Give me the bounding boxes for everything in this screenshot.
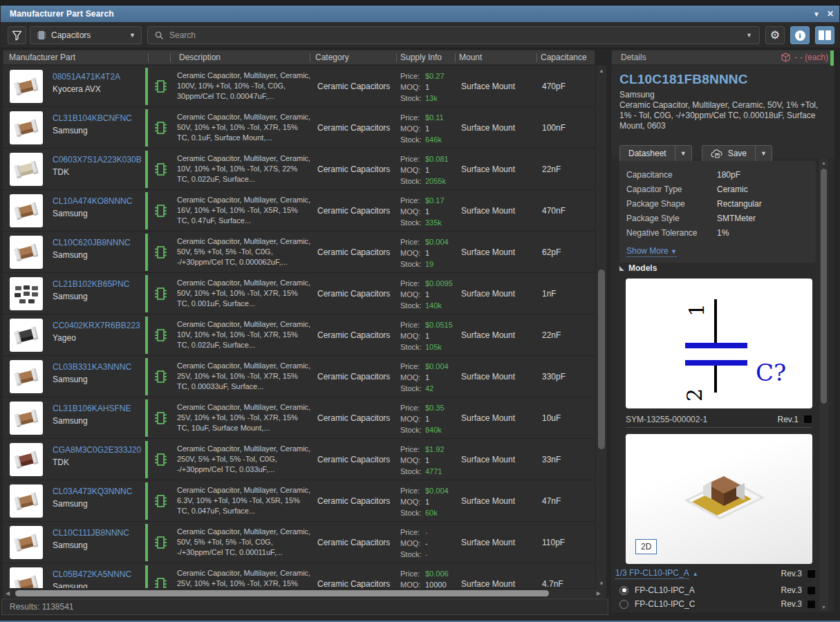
horizontal-scroll-thumb[interactable] <box>15 590 549 596</box>
part-number-link[interactable]: CL10C620JB8NNNC <box>53 238 145 247</box>
footprint-selector-link[interactable]: 1/3 FP-CL10-IPC_A <box>615 568 689 579</box>
col-mount[interactable]: Mount <box>459 53 482 62</box>
manufacturer-name: Samsung <box>53 416 145 426</box>
radio-unselected-icon[interactable] <box>619 600 628 609</box>
footprint-option[interactable]: FP-CL10-IPC_A Rev.3 <box>615 585 816 595</box>
table-row[interactable]: 08051A471K4T2A Kyocera AVX Ceramic Capac… <box>3 66 595 107</box>
mount-type: Surface Mount <box>461 397 536 438</box>
table-header[interactable]: Manufacturer Part Description Category S… <box>3 50 595 65</box>
capacitor-photo <box>17 453 37 467</box>
moq-label: MOQ: <box>400 496 425 507</box>
capacitor-photo <box>17 162 37 177</box>
table-row[interactable]: CGA8M3C0G2E333J20 TDK Ceramic Capacitor,… <box>3 439 595 480</box>
table-horizontal-scrollbar[interactable]: ◀ ▶ <box>3 589 606 598</box>
search-history-chevron-icon[interactable]: ▼ <box>746 32 752 39</box>
details-scroll-thumb[interactable] <box>821 169 827 404</box>
col-manufacturer-part[interactable]: Manufacturer Part <box>9 53 75 62</box>
stock-value: 60k <box>425 509 438 517</box>
search-input[interactable]: Search ▼ <box>147 26 760 44</box>
close-icon[interactable]: ✕ <box>827 9 834 19</box>
price-label: Price: <box>400 444 425 455</box>
footprint-rev-state-box[interactable] <box>807 569 816 578</box>
price-label: Price: <box>400 527 425 538</box>
2d-view-button[interactable]: 2D <box>635 539 657 554</box>
table-row[interactable]: CC0402KRX7R6BB223 Yageo Ceramic Capacito… <box>3 314 595 356</box>
footprint-preview[interactable]: 2D <box>626 434 812 564</box>
table-row[interactable]: CL21B102KB65PNC Samsung Ceramic Capacito… <box>3 273 595 314</box>
table-row[interactable]: CL31B106KAHSFNE Samsung Ceramic Capacito… <box>3 397 595 439</box>
table-vertical-scrollbar[interactable]: ▲ ▼ <box>595 66 606 589</box>
col-category[interactable]: Category <box>315 53 349 62</box>
capacitor-photo <box>17 204 37 218</box>
radio-selected-icon[interactable] <box>619 586 628 595</box>
part-description: Ceramic Capacitor, Multilayer, Ceramic, … <box>177 568 311 588</box>
part-number-link[interactable]: CL10C111JB8NNNC <box>53 528 145 538</box>
part-number-link[interactable]: CL21B102KB65PNC <box>53 279 145 289</box>
details-title: Details <box>621 53 646 62</box>
table-row[interactable]: CL03A473KQ3NNNC Samsung Ceramic Capacito… <box>3 480 595 522</box>
window-title: Manufacturer Part Search <box>1 9 114 19</box>
part-number-link[interactable]: CL05B472KA5NNNC <box>53 569 145 579</box>
filter-button[interactable] <box>8 26 26 44</box>
part-number-link[interactable]: C0603X7S1A223K030B <box>53 155 145 164</box>
stock-value: 840k <box>425 426 442 434</box>
moq-value: 1 <box>425 83 429 91</box>
details-vertical-scrollbar[interactable]: ▲ ▼ <box>819 159 828 611</box>
footprint-option-rev-box[interactable] <box>807 586 816 595</box>
capacitor-photo <box>17 245 37 260</box>
part-number-link[interactable]: CL03A473KQ3NNNC <box>53 487 145 496</box>
table-row[interactable]: CL05B472KA5NNNC Samsung Ceramic Capacito… <box>3 563 595 588</box>
scroll-right-icon[interactable]: ▶ <box>597 590 601 596</box>
footprint-option[interactable]: FP-CL10-IPC_C Rev.3 <box>615 599 816 609</box>
part-number-link[interactable]: CL03B331KA3NNNC <box>53 362 145 372</box>
part-number-link[interactable]: CL31B104KBCNFNC <box>53 113 145 123</box>
info-icon: i <box>795 30 805 41</box>
acquired-status-bar <box>145 524 148 561</box>
col-supply-info[interactable]: Supply Info <box>400 53 442 62</box>
col-capacitance[interactable]: Capacitance <box>541 53 587 62</box>
settings-button[interactable]: ⚙ <box>765 26 785 44</box>
selected-part-card: CL10C181FB8NNNC Samsung Ceramic Capacito… <box>611 66 834 158</box>
stock-value: 2055k <box>425 177 446 185</box>
titlebar[interactable]: Manufacturer Part Search ▼ ✕ <box>1 6 839 22</box>
acquired-status-bar <box>145 109 148 147</box>
selected-manufacturer: Samsung <box>619 90 826 100</box>
capacitance-value: 470nF <box>542 190 595 231</box>
models-section-header[interactable]: Models <box>619 263 657 273</box>
vertical-scroll-thumb[interactable] <box>598 270 605 449</box>
capacitance-value: 110pF <box>542 522 595 563</box>
price-label: Price: <box>400 153 425 164</box>
part-number-link[interactable]: CL31B106KAHSFNE <box>53 404 145 413</box>
table-row[interactable]: C0603X7S1A223K030B TDK Ceramic Capacitor… <box>3 149 595 190</box>
footprint-collapse-icon[interactable]: ▲ <box>693 571 698 577</box>
symbol-rev-state-box[interactable] <box>803 415 812 424</box>
price-label: Price: <box>400 236 425 247</box>
scroll-left-icon[interactable]: ◀ <box>6 590 10 596</box>
scroll-up-icon[interactable]: ▲ <box>596 68 607 74</box>
show-more-link[interactable]: Show More ▼ <box>626 246 677 257</box>
table-row[interactable]: CL31B104KBCNFNC Samsung Ceramic Capacito… <box>3 107 595 149</box>
panel-layout-button[interactable] <box>815 26 834 44</box>
details-toggle-button[interactable]: i <box>790 26 810 44</box>
panel-menu-icon[interactable]: ▼ <box>813 10 820 18</box>
part-number-link[interactable]: CL10A474KO8NNNC <box>53 196 145 206</box>
col-description[interactable]: Description <box>179 53 221 62</box>
moq-value: 1 <box>425 498 429 506</box>
scroll-down-icon[interactable]: ▼ <box>596 581 607 587</box>
mount-type: Surface Mount <box>461 149 536 189</box>
details-scroll-down-icon[interactable]: ▼ <box>819 605 828 610</box>
price-value: $0.004 <box>425 362 449 370</box>
symbol-preview[interactable]: 1 2 C? <box>626 279 812 408</box>
category-select[interactable]: Capacitors ▼ <box>30 26 142 44</box>
part-number-link[interactable]: CC0402KRX7R6BB223 <box>53 321 145 330</box>
footprint-option-rev-box[interactable] <box>807 600 816 609</box>
table-row[interactable]: CL03B331KA3NNNC Samsung Ceramic Capacito… <box>3 356 595 397</box>
details-scroll-up-icon[interactable]: ▲ <box>819 160 828 165</box>
table-row[interactable]: CL10C620JB8NNNC Samsung Ceramic Capacito… <box>3 232 595 273</box>
details-header: Details - - (each) <box>611 50 834 65</box>
table-row[interactable]: CL10A474KO8NNNC Samsung Ceramic Capacito… <box>3 190 595 232</box>
part-number-link[interactable]: CGA8M3C0G2E333J20 <box>53 445 145 455</box>
table-row[interactable]: CL10C111JB8NNNC Samsung Ceramic Capacito… <box>3 522 595 563</box>
capacitance-value: 1nF <box>542 273 595 314</box>
part-number-link[interactable]: 08051A471K4T2A <box>53 72 145 82</box>
